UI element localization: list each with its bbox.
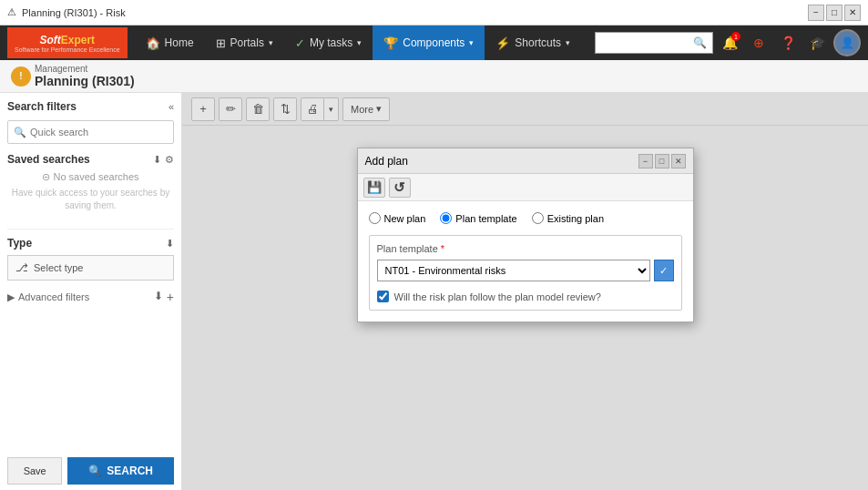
no-saved-icon: ⊝ [42, 171, 53, 182]
breadcrumb-parent: Management [35, 64, 135, 74]
quick-search-input[interactable] [30, 127, 168, 138]
type-export-icon[interactable]: ⬇ [166, 238, 174, 250]
plan-template-section: Plan template * NT01 - Environmental ris… [369, 235, 682, 311]
sidebar-collapse-button[interactable]: « [168, 101, 174, 112]
sidebar-header: Search filters « [7, 100, 174, 113]
no-saved-desc: Have quick access to your searches by sa… [7, 187, 174, 212]
search-btn-label: SEARCH [107, 464, 153, 477]
components-icon: 🏆 [383, 36, 398, 50]
graduation-icon[interactable]: 🎓 [804, 30, 830, 56]
plan-template-option[interactable]: Plan template [440, 212, 516, 224]
nav-my-tasks-label: My tasks [310, 36, 352, 49]
close-button[interactable]: ✕ [844, 5, 861, 21]
title-bar: ⚠ Planning (RI301) - Risk − □ ✕ [0, 0, 868, 26]
breadcrumb-title: Planning (RI301) [35, 74, 135, 88]
existing-plan-radio[interactable] [532, 212, 544, 224]
my-tasks-icon: ✓ [295, 36, 305, 50]
dialog-maximize-button[interactable]: □ [655, 154, 669, 168]
title-bar-text: Planning (RI301) - Risk [22, 7, 126, 18]
select-type-button[interactable]: ⎇ Select type [7, 255, 174, 281]
nav-portals-label: Portals [230, 36, 264, 49]
template-goto-button[interactable]: ✓ [654, 260, 674, 281]
follow-review-checkbox-row: Will the risk plan follow the plan model… [377, 291, 674, 302]
type-header: Type ⬇ [7, 237, 174, 250]
nav-shortcuts[interactable]: ⚡ Shortcuts ▾ [485, 26, 581, 60]
saved-searches-title: Saved searches [7, 153, 90, 166]
new-plan-radio[interactable] [369, 212, 381, 224]
nav-search-box[interactable]: 🔍 [595, 32, 713, 54]
content-area: + ✏ 🗑 ⇅ 🖨 ▾ More ▾ Add plan − □ [182, 93, 868, 490]
plan-template-radio[interactable] [440, 212, 452, 224]
save-button[interactable]: Save [7, 457, 62, 485]
dialog-close-button[interactable]: ✕ [671, 154, 686, 168]
select-type-label: Select type [34, 262, 83, 273]
portals-icon: ⊞ [216, 36, 226, 50]
filter-download-icon[interactable]: ⬇ [154, 290, 163, 304]
sidebar-title: Search filters [7, 100, 77, 113]
search-button[interactable]: 🔍 SEARCH [67, 457, 174, 485]
nav-shortcuts-label: Shortcuts [515, 36, 561, 49]
follow-review-checkbox[interactable] [377, 291, 389, 302]
nav-home[interactable]: 🏠 Home [135, 26, 205, 60]
quick-search-box[interactable]: 🔍 [7, 120, 174, 144]
required-indicator: * [441, 243, 444, 254]
dialog-minimize-button[interactable]: − [638, 154, 653, 168]
sidebar-bottom: Save 🔍 SEARCH [7, 457, 174, 485]
notification-badge: 1 [731, 32, 740, 41]
dialog-toolbar: 💾 ↺ [358, 174, 693, 201]
nav-components[interactable]: 🏆 Components ▾ [373, 26, 485, 60]
template-select[interactable]: NT01 - Environmental risks [377, 260, 650, 281]
breadcrumb-bar: ! Management Planning (RI301) [0, 60, 868, 93]
dialog-controls: − □ ✕ [638, 154, 686, 168]
components-chevron-icon: ▾ [469, 38, 474, 47]
new-plan-label: New plan [384, 213, 426, 224]
maximize-button[interactable]: □ [826, 5, 842, 21]
logo: SoftExpert Software for Performance Exce… [7, 27, 128, 58]
existing-plan-option[interactable]: Existing plan [532, 212, 604, 224]
avatar-icon: 👤 [841, 36, 854, 49]
nav-right: 🔍 🔔 1 ⊕ ❓ 🎓 👤 [595, 29, 861, 56]
nav-search-icon: 🔍 [693, 36, 707, 49]
shortcuts-chevron-icon: ▾ [566, 38, 570, 47]
avatar[interactable]: 👤 [833, 29, 861, 56]
nav-search-input[interactable] [601, 37, 689, 48]
quick-search-icon: 🔍 [14, 127, 26, 138]
advanced-filters-toggle[interactable]: ▶ Advanced filters [7, 291, 89, 303]
nav-my-tasks[interactable]: ✓ My tasks ▾ [284, 26, 373, 60]
help-button[interactable]: ⊕ [746, 30, 771, 56]
manage-searches-icon[interactable]: ⚙ [165, 154, 174, 166]
save-search-icon[interactable]: ⬇ [153, 154, 161, 166]
logo-sub: Software for Performance Excellence [15, 46, 120, 53]
shortcuts-icon: ⚡ [495, 36, 510, 50]
no-saved-label: ⊝ No saved searches [7, 171, 174, 183]
follow-review-label: Will the risk plan follow the plan model… [394, 291, 601, 302]
main-layout: Search filters « 🔍 Saved searches ⬇ ⚙ ⊝ … [0, 93, 868, 490]
title-bar-controls: − □ ✕ [808, 5, 861, 21]
advanced-filters: ▶ Advanced filters ⬇ + [7, 290, 174, 304]
dialog-titlebar: Add plan − □ ✕ [358, 148, 693, 174]
plan-template-field-label: Plan template * [377, 243, 674, 254]
new-plan-option[interactable]: New plan [369, 212, 426, 224]
existing-plan-label: Existing plan [547, 213, 604, 224]
dialog-save-button[interactable]: 💾 [363, 178, 385, 198]
plan-type-radio-group: New plan Plan template Existing plan [369, 212, 682, 224]
template-select-row: NT01 - Environmental risks ✓ [377, 260, 674, 281]
home-icon: 🏠 [146, 36, 160, 50]
dialog-refresh-button[interactable]: ↺ [389, 178, 411, 198]
add-plan-dialog: Add plan − □ ✕ 💾 ↺ [357, 148, 694, 322]
dialog-title: Add plan [365, 155, 408, 168]
nav-home-label: Home [165, 36, 194, 49]
notifications-button[interactable]: 🔔 1 [717, 30, 742, 56]
dialog-body: New plan Plan template Existing plan [358, 201, 693, 322]
saved-searches-header: Saved searches ⬇ ⚙ [7, 153, 174, 166]
plan-template-radio-label: Plan template [455, 213, 516, 224]
top-nav: SoftExpert Software for Performance Exce… [0, 26, 868, 60]
type-tree-icon: ⎇ [15, 261, 28, 274]
my-tasks-chevron-icon: ▾ [357, 38, 362, 47]
minimize-button[interactable]: − [808, 5, 824, 21]
sidebar: Search filters « 🔍 Saved searches ⬇ ⚙ ⊝ … [0, 93, 182, 490]
nav-portals[interactable]: ⊞ Portals ▾ [205, 26, 284, 60]
filter-add-icon[interactable]: + [167, 290, 174, 304]
advanced-filters-label: Advanced filters [18, 291, 89, 302]
question-button[interactable]: ❓ [775, 30, 801, 56]
